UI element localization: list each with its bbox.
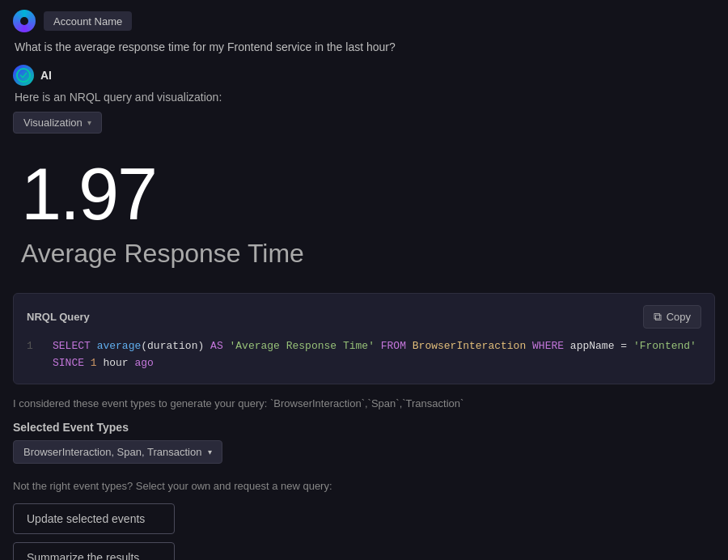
code-eq: = [620,340,633,352]
not-right-text: Not the right event types? Select your o… [13,480,715,492]
code-unit: hour [103,357,128,369]
newrelic-logo-icon [13,10,36,32]
code-as: AS [210,340,223,352]
metric-display: 1.97 Average Response Time [13,150,715,277]
metric-label: Average Response Time [21,239,715,269]
code-value: 'Frontend' [633,340,696,352]
considered-text: I considered these event types to genera… [13,397,715,409]
code-where: WHERE [532,340,564,352]
code-number: 1 [91,357,97,369]
svg-point-0 [17,69,30,82]
event-types-value: BrowserInteraction, Span, Transaction [23,446,201,458]
event-types-chevron-icon: ▾ [208,448,212,456]
event-types-dropdown-btn[interactable]: BrowserInteraction, Span, Transaction ▾ [13,440,222,464]
summarize-results-button[interactable]: Summarize the results [13,542,175,560]
update-selected-events-button[interactable]: Update selected events [13,503,175,534]
code-ago: ago [134,357,153,369]
code-field: appName [570,340,615,352]
chevron-down-icon: ▾ [87,118,91,127]
code-fn-arg: duration [147,340,197,352]
code-alias: 'Average Response Time' [230,340,375,352]
event-types-label: Selected Event Types [13,421,715,434]
nrql-section-title: NRQL Query [27,311,90,323]
line-number: 1 [27,338,40,372]
code-since: SINCE [53,357,84,369]
code-select: SELECT [53,340,91,352]
account-badge: Account Name [44,11,132,31]
visualization-dropdown-btn[interactable]: Visualization ▾ [13,112,102,134]
copy-btn-label: Copy [667,311,691,323]
header-bar: Account Name [13,10,715,32]
copy-icon: ⧉ [654,310,662,324]
user-question: What is the average response time for my… [15,40,715,53]
ai-avatar [13,65,34,86]
code-table: BrowserInteraction [413,340,526,352]
metric-value: 1.97 [21,158,715,231]
ai-label: AI [40,69,52,82]
ai-subtitle: Here is an NRQL query and visualization: [15,91,715,104]
code-from: FROM [381,340,406,352]
page-container: Account Name What is the average respons… [0,0,728,560]
code-content: SELECT average(duration) AS 'Average Res… [53,338,701,372]
logo-inner-circle [20,17,28,25]
copy-button[interactable]: ⧉ Copy [643,305,701,329]
nrql-card-header: NRQL Query ⧉ Copy [27,305,701,329]
nrql-code-block: 1 SELECT average(duration) AS 'Average R… [27,338,701,372]
code-fn: average [97,340,142,352]
visualization-btn-label: Visualization [23,117,83,129]
nrql-card: NRQL Query ⧉ Copy 1 SELECT average(durat… [13,293,715,384]
ai-header: AI [13,65,715,86]
